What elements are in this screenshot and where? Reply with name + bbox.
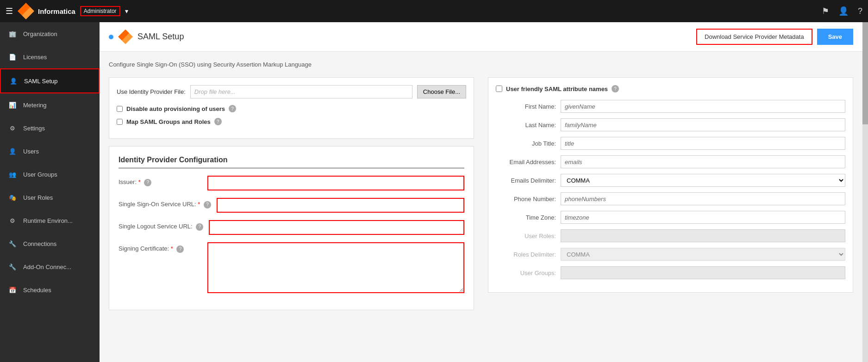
content-area: SAML Setup Download Service Provider Met… bbox=[100, 22, 862, 362]
last-name-input[interactable]: familyName bbox=[561, 118, 845, 131]
metering-icon: 📊 bbox=[7, 100, 18, 110]
first-name-input[interactable]: givenName bbox=[561, 100, 845, 113]
map-saml-help-icon[interactable]: ? bbox=[214, 118, 222, 125]
roles-delimiter-select: COMMA bbox=[561, 248, 845, 261]
sso-url-row: Single Sign-On Service URL: * ? bbox=[119, 198, 464, 213]
scrollbar[interactable] bbox=[862, 22, 868, 362]
users-icon: 👤 bbox=[7, 146, 18, 156]
save-button[interactable]: Save bbox=[817, 29, 853, 45]
slo-url-label: Single Logout Service URL: ? bbox=[119, 220, 203, 231]
sidebar-item-user-roles[interactable]: 🎭 User Roles bbox=[0, 186, 100, 209]
phone-number-row: Phone Number: phoneNumbers bbox=[496, 192, 845, 205]
issuer-help-icon[interactable]: ? bbox=[144, 179, 151, 186]
sidebar-item-schedules[interactable]: 📅 Schedules bbox=[0, 278, 100, 301]
idp-file-row: Use Identity Provider File: Drop file he… bbox=[117, 85, 466, 98]
left-column: Use Identity Provider File: Drop file he… bbox=[109, 77, 474, 310]
email-addresses-row: Email Addresses: emails bbox=[496, 155, 845, 168]
header-buttons: Download Service Provider Metadata Save bbox=[696, 29, 853, 45]
settings-icon: ⚙ bbox=[7, 123, 18, 133]
runtime-icon: ⚙ bbox=[7, 215, 18, 226]
disable-auto-provision-checkbox[interactable] bbox=[117, 106, 123, 112]
phone-number-label: Phone Number: bbox=[496, 196, 556, 202]
sidebar-item-organization[interactable]: 🏢 Organization bbox=[0, 22, 100, 45]
sidebar-item-licenses[interactable]: 📄 Licenses bbox=[0, 45, 100, 68]
user-roles-icon: 🎭 bbox=[7, 192, 18, 202]
time-zone-input[interactable]: timezone bbox=[561, 211, 845, 224]
idp-file-label: Use Identity Provider File: bbox=[117, 88, 186, 95]
sidebar: 🏢 Organization 📄 Licenses 👤 SAML Setup 📊… bbox=[0, 22, 100, 362]
help-icon[interactable]: ? bbox=[858, 6, 862, 16]
sidebar-item-users[interactable]: 👤 Users bbox=[0, 140, 100, 163]
signing-cert-help-icon[interactable]: ? bbox=[176, 245, 184, 253]
issuer-label: Issuer: * ? bbox=[119, 176, 202, 186]
map-saml-groups-checkbox[interactable] bbox=[117, 119, 123, 125]
emails-delimiter-label: Emails Delimiter: bbox=[496, 177, 556, 184]
sidebar-item-add-on[interactable]: 🔧 Add-On Connec... bbox=[0, 255, 100, 278]
roles-delimiter-label: Roles Delimiter: bbox=[496, 251, 556, 258]
disable-auto-help-icon[interactable]: ? bbox=[229, 105, 236, 112]
time-zone-row: Time Zone: timezone bbox=[496, 211, 845, 224]
sidebar-label-users: Users bbox=[23, 148, 39, 155]
licenses-icon: 📄 bbox=[7, 52, 18, 62]
download-metadata-button[interactable]: Download Service Provider Metadata bbox=[696, 29, 812, 45]
issuer-row: Issuer: * ? bbox=[119, 176, 464, 190]
file-drop-zone[interactable]: Drop file here... bbox=[190, 85, 412, 98]
dropdown-arrow-icon[interactable]: ▾ bbox=[125, 7, 128, 15]
sidebar-label-connections: Connections bbox=[23, 240, 56, 247]
emails-delimiter-select[interactable]: COMMA SEMICOLON SPACE bbox=[561, 174, 845, 187]
sidebar-label-metering: Metering bbox=[23, 102, 47, 109]
phone-number-input[interactable]: phoneNumbers bbox=[561, 192, 845, 205]
disable-auto-provision-label: Disable auto provisioning of users bbox=[126, 105, 225, 112]
user-profile-icon[interactable]: 👤 bbox=[838, 6, 849, 16]
admin-badge: Administrator bbox=[80, 6, 120, 16]
idp-config-title: Identity Provider Configuration bbox=[119, 156, 464, 168]
sidebar-item-saml-setup[interactable]: 👤 SAML Setup bbox=[0, 68, 100, 93]
saml-attrs-header: User friendly SAML attribute names ? bbox=[496, 85, 845, 92]
issuer-input[interactable] bbox=[207, 176, 464, 190]
logo-text: Informatica bbox=[38, 7, 75, 15]
job-title-label: Job Title: bbox=[496, 140, 556, 147]
sidebar-item-connections[interactable]: 🔧 Connections bbox=[0, 232, 100, 255]
last-name-label: Last Name: bbox=[496, 122, 556, 129]
sidebar-item-settings[interactable]: ⚙ Settings bbox=[0, 117, 100, 140]
emails-delimiter-row: Emails Delimiter: COMMA SEMICOLON SPACE bbox=[496, 174, 845, 187]
last-name-row: Last Name: familyName bbox=[496, 118, 845, 131]
saml-setup-icon: 👤 bbox=[8, 76, 19, 86]
slo-url-row: Single Logout Service URL: ? bbox=[119, 220, 464, 235]
organization-icon: 🏢 bbox=[7, 29, 18, 39]
logo-icon bbox=[18, 3, 34, 19]
sso-url-help-icon[interactable]: ? bbox=[204, 201, 211, 209]
user-friendly-checkbox[interactable] bbox=[496, 86, 502, 92]
signing-cert-textarea[interactable] bbox=[207, 242, 464, 293]
map-saml-groups-row: Map SAML Groups and Roles ? bbox=[117, 118, 466, 125]
user-groups-row: User Groups: bbox=[496, 266, 845, 279]
job-title-input[interactable]: title bbox=[561, 137, 845, 150]
slo-url-input[interactable] bbox=[209, 220, 464, 235]
user-groups-icon: 👥 bbox=[7, 169, 18, 179]
hamburger-icon[interactable]: ☰ bbox=[6, 6, 13, 16]
sso-url-input[interactable] bbox=[217, 198, 464, 213]
choose-file-button[interactable]: Choose File... bbox=[417, 85, 466, 98]
two-col-layout: Use Identity Provider File: Drop file he… bbox=[109, 77, 853, 310]
sidebar-label-addon: Add-On Connec... bbox=[23, 264, 71, 270]
signing-cert-row: Signing Certificate: * ? bbox=[119, 242, 464, 293]
roles-delimiter-row: Roles Delimiter: COMMA bbox=[496, 248, 845, 261]
flag-icon[interactable]: ⚑ bbox=[822, 6, 829, 16]
sidebar-item-runtime-environ[interactable]: ⚙ Runtime Environ... bbox=[0, 209, 100, 232]
slo-url-help-icon[interactable]: ? bbox=[196, 223, 203, 231]
sidebar-label-schedules: Schedules bbox=[23, 287, 51, 294]
saml-attrs-section: User friendly SAML attribute names ? Fir… bbox=[488, 77, 853, 293]
scrollbar-thumb[interactable] bbox=[862, 22, 868, 124]
signing-cert-label: Signing Certificate: * ? bbox=[119, 242, 202, 253]
email-addresses-input[interactable]: emails bbox=[561, 155, 845, 168]
page-subtitle: Configure Single Sign-On (SSO) using Sec… bbox=[109, 61, 853, 68]
sidebar-label-licenses: Licenses bbox=[23, 54, 47, 61]
sidebar-item-user-groups[interactable]: 👥 User Groups bbox=[0, 163, 100, 186]
sidebar-item-metering[interactable]: 📊 Metering bbox=[0, 93, 100, 117]
user-groups-input bbox=[561, 266, 845, 279]
top-nav: ☰ Informatica Administrator ▾ ⚑ 👤 ? bbox=[0, 0, 868, 22]
user-friendly-help-icon[interactable]: ? bbox=[612, 85, 619, 92]
connections-icon: 🔧 bbox=[7, 239, 18, 249]
header-dot bbox=[109, 35, 113, 39]
addon-icon: 🔧 bbox=[7, 262, 18, 272]
